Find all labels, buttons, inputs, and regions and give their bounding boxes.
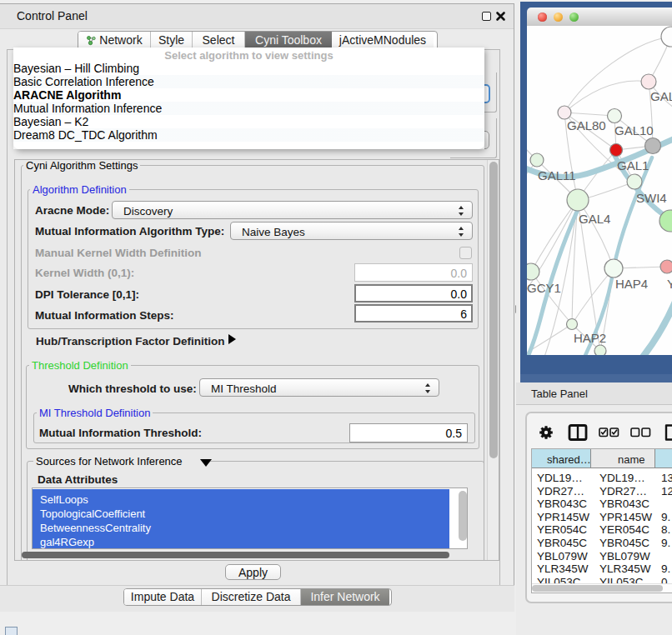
- svg-text:GAL80: GAL80: [567, 118, 606, 132]
- svg-text:HAP4: HAP4: [615, 277, 648, 291]
- svg-text:GAL4: GAL4: [579, 212, 610, 226]
- svg-text:HAP2: HAP2: [574, 331, 606, 345]
- svg-text:Y: Y: [667, 277, 672, 291]
- svg-text:GAL7: GAL7: [650, 89, 672, 103]
- svg-text:GAL11: GAL11: [538, 168, 576, 182]
- svg-text:SWI4: SWI4: [636, 191, 667, 205]
- svg-text:GAL1: GAL1: [617, 158, 649, 172]
- svg-text:GCY1: GCY1: [527, 281, 561, 295]
- svg-text:GAL10: GAL10: [614, 123, 654, 138]
